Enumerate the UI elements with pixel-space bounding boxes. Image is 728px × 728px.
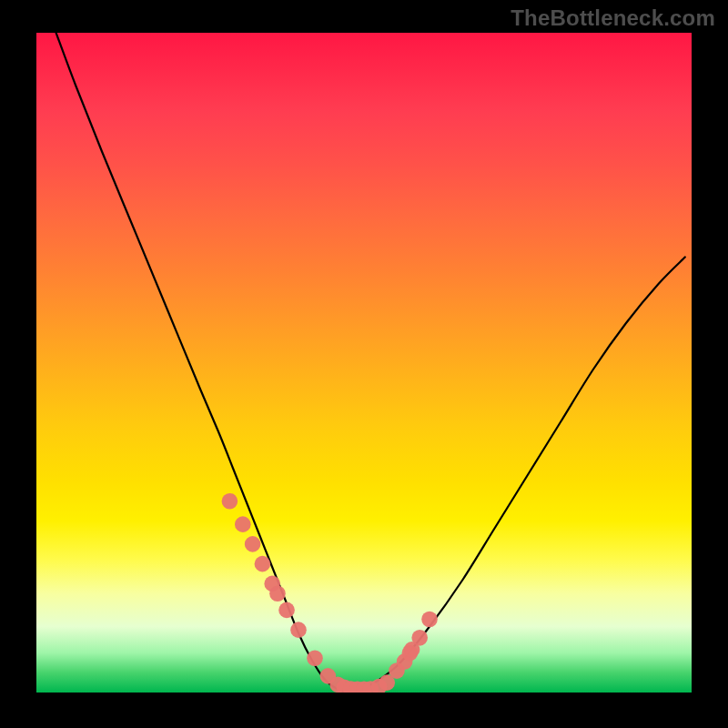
curve-svg	[36, 33, 692, 693]
marker-dot	[421, 612, 438, 628]
marker-dot	[290, 622, 307, 638]
marker-dot	[269, 585, 286, 602]
marker-dot	[307, 651, 323, 667]
plot-area	[36, 33, 692, 693]
marker-dot	[411, 630, 428, 646]
marker-dot	[235, 516, 251, 532]
marker-dot	[245, 536, 261, 552]
marker-dot	[255, 556, 271, 572]
chart-frame: TheBottleneck.com	[0, 0, 728, 728]
bottleneck-curve	[56, 33, 685, 693]
watermark-text: TheBottleneck.com	[511, 5, 715, 31]
marker-dot	[278, 602, 295, 619]
marker-dot	[222, 493, 238, 510]
